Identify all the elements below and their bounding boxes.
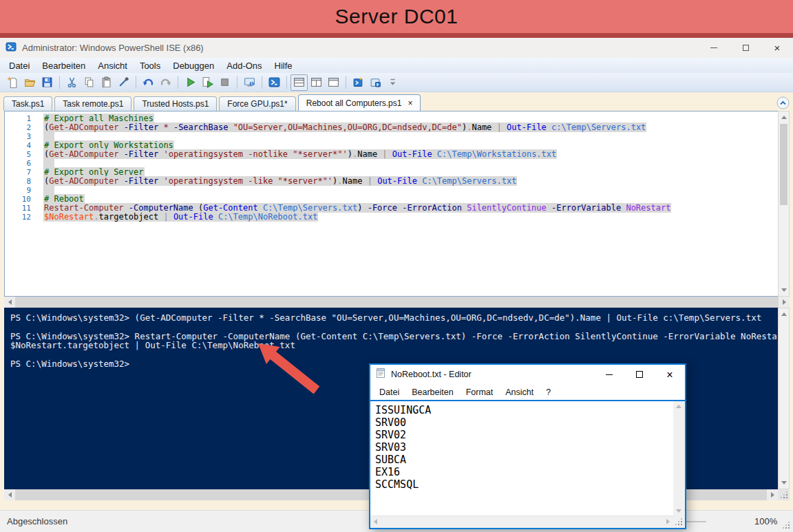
tab-force-gpu-ps1[interactable]: Force GPU.ps1* xyxy=(219,96,295,111)
notepad-line: SRV00 xyxy=(375,416,673,429)
menu-item-debuggen[interactable]: Debuggen xyxy=(167,59,220,72)
scroll-right-icon[interactable] xyxy=(779,297,790,308)
notepad-menu-format[interactable]: Format xyxy=(460,387,500,397)
scrollbar-corner-grip[interactable] xyxy=(778,489,790,500)
run-selection-icon[interactable] xyxy=(199,74,216,91)
tab-label: Task.ps1 xyxy=(12,99,44,109)
notepad-resize-grip[interactable] xyxy=(673,516,685,528)
notepad-horizontal-scrollbar[interactable] xyxy=(370,515,673,528)
window-resize-grip[interactable] xyxy=(783,522,792,531)
copy-icon[interactable] xyxy=(81,74,98,91)
new-remote-tab-icon[interactable] xyxy=(367,74,384,91)
tab-label: Force GPU.ps1* xyxy=(227,99,287,109)
menu-item-tools[interactable]: Tools xyxy=(134,59,167,72)
script-editor[interactable]: 1# Export all Maschines2(Get-ADComputer … xyxy=(4,111,778,297)
notepad-menu-[interactable]: ? xyxy=(540,387,557,397)
menu-item-add-ons[interactable]: Add-Ons xyxy=(220,59,268,72)
line-number: 8 xyxy=(5,177,31,186)
notepad-minimize-button[interactable] xyxy=(594,365,624,384)
notepad-icon xyxy=(375,368,386,381)
toolbar-separator xyxy=(136,76,136,89)
code-line-2[interactable]: 2(Get-ADComputer -Filter * -SearchBase "… xyxy=(5,123,778,132)
menu-item-datei[interactable]: Datei xyxy=(3,59,36,72)
line-number: 12 xyxy=(5,213,31,222)
run-script-icon[interactable] xyxy=(182,74,199,91)
line-number: 1 xyxy=(5,114,31,123)
scroll-left-icon[interactable] xyxy=(4,297,15,308)
minimize-icon xyxy=(710,47,717,48)
paste-icon[interactable] xyxy=(98,74,115,91)
toolbar xyxy=(0,73,793,92)
code-line-9[interactable]: 9 xyxy=(5,186,778,195)
open-file-icon[interactable] xyxy=(21,74,39,91)
collapse-script-pane-button[interactable] xyxy=(776,96,790,109)
notepad-menu-ansicht[interactable]: Ansicht xyxy=(499,387,540,397)
tab-reboot-all-computers-ps1[interactable]: Reboot all Computers.ps1× xyxy=(298,94,421,111)
remote-session-icon[interactable] xyxy=(241,74,258,91)
close-icon: × xyxy=(774,43,781,53)
layout-editor-icon[interactable] xyxy=(325,74,342,91)
code-line-5[interactable]: 5(Get-ADComputer -Filter 'operatingsyste… xyxy=(5,150,778,159)
tab-strip: Task.ps1Task remote.ps1Trusted Hosts.ps1… xyxy=(3,94,421,111)
tab-task-ps1[interactable]: Task.ps1 xyxy=(3,96,52,111)
notepad-maximize-button[interactable] xyxy=(624,365,655,384)
layout-split-icon[interactable] xyxy=(290,74,308,91)
scroll-right-icon[interactable] xyxy=(767,489,778,500)
console-vertical-scrollbar[interactable] xyxy=(778,308,790,489)
redo-icon[interactable] xyxy=(157,74,174,91)
window-title: Administrator: Windows PowerShell ISE (x… xyxy=(22,43,204,53)
notepad-titlebar: NoReboot.txt - Editor × xyxy=(370,365,685,384)
notepad-menu-datei[interactable]: Datei xyxy=(373,387,405,397)
notepad-window-controls: × xyxy=(594,365,685,384)
powershell-console-icon[interactable] xyxy=(266,74,283,91)
scroll-left-icon[interactable] xyxy=(4,489,15,500)
editor-scroll-thumb[interactable] xyxy=(780,124,787,205)
menu-item-hilfe[interactable]: Hilfe xyxy=(268,59,299,72)
notepad-text-area[interactable]: ISSUINGCASRV00SRV02SRV03SUBCAEX16SCCMSQL xyxy=(370,401,673,516)
layout-side-icon[interactable] xyxy=(308,74,325,91)
toolbar-separator xyxy=(237,76,237,89)
tab-trusted-hosts-ps1[interactable]: Trusted Hosts.ps1 xyxy=(134,96,217,111)
line-number: 9 xyxy=(5,186,31,195)
undo-icon[interactable] xyxy=(140,74,157,91)
new-powershell-tab-icon[interactable] xyxy=(350,74,367,91)
banner-title: Server DC01 xyxy=(335,5,458,28)
notepad-window: NoReboot.txt - Editor × DateiBearbeitenF… xyxy=(369,363,686,529)
scroll-up-icon xyxy=(781,116,787,119)
close-button[interactable]: × xyxy=(761,38,793,58)
notepad-line: ISSUINGCA xyxy=(375,404,673,416)
line-number: 7 xyxy=(5,168,31,177)
powershell-app-icon xyxy=(6,41,17,55)
line-number: 2 xyxy=(5,123,31,132)
notepad-close-button[interactable]: × xyxy=(655,365,685,384)
tab-label: Reboot all Computers.ps1 xyxy=(306,98,402,108)
code-line-12[interactable]: 12$NoRestart.targetobject | Out-File C:\… xyxy=(5,213,778,222)
notepad-vertical-scrollbar[interactable] xyxy=(673,401,685,516)
line-number: 5 xyxy=(5,150,31,159)
tab-close-icon[interactable]: × xyxy=(408,98,412,108)
stop-icon[interactable] xyxy=(216,74,233,91)
maximize-icon xyxy=(636,371,643,378)
save-icon[interactable] xyxy=(39,74,56,91)
code-line-8[interactable]: 8(Get-ADComputer -Filter 'operatingsyste… xyxy=(5,177,778,186)
notepad-menu-bearbeiten[interactable]: Bearbeiten xyxy=(405,387,459,397)
editor-horizontal-scrollbar[interactable] xyxy=(4,297,790,308)
menu-item-ansicht[interactable]: Ansicht xyxy=(92,59,134,72)
maximize-button[interactable] xyxy=(730,38,761,58)
overflow-icon[interactable] xyxy=(384,74,401,91)
notepad-line: SCCMSQL xyxy=(375,478,673,491)
toolbar-separator xyxy=(59,76,60,89)
line-number: 6 xyxy=(5,159,31,168)
console-line xyxy=(10,350,778,359)
clear-console-icon[interactable] xyxy=(115,74,132,91)
notepad-menu-bar: DateiBearbeitenFormatAnsicht? xyxy=(370,384,685,400)
minimize-button[interactable] xyxy=(698,38,730,58)
editor-vertical-scrollbar[interactable] xyxy=(778,111,790,297)
maximize-icon xyxy=(743,45,749,51)
new-file-icon[interactable] xyxy=(4,74,21,91)
tab-task-remote-ps1[interactable]: Task remote.ps1 xyxy=(54,96,131,111)
console-line xyxy=(10,322,778,331)
window-controls: × xyxy=(698,38,793,58)
cut-icon[interactable] xyxy=(63,74,81,91)
menu-item-bearbeiten[interactable]: Bearbeiten xyxy=(36,59,92,72)
